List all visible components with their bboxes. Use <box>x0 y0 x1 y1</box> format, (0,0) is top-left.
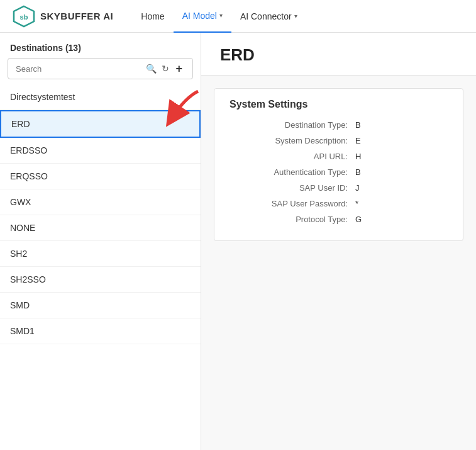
settings-card-title: System Settings <box>230 99 448 110</box>
settings-row: Authentication Type:B <box>230 167 448 177</box>
search-input[interactable] <box>16 64 142 74</box>
destination-item[interactable]: SMD <box>0 293 201 318</box>
logo-icon: sb <box>13 5 35 28</box>
settings-row: API URL:H <box>230 152 448 161</box>
destination-item[interactable]: SH2 <box>0 241 201 267</box>
settings-field-value: B <box>355 167 361 177</box>
settings-row: Protocol Type:G <box>230 215 448 224</box>
destination-item[interactable]: SMD1 <box>0 318 201 344</box>
settings-field-value: * <box>355 199 358 208</box>
nav-ai-model[interactable]: AI Model ▾ <box>174 0 231 33</box>
sidebar-title: Destinations (13) <box>0 33 201 58</box>
chevron-down-icon: ▾ <box>219 12 223 19</box>
settings-row: System Description:E <box>230 136 448 145</box>
settings-field-label: Destination Type: <box>230 120 355 130</box>
settings-field-label: API URL: <box>230 152 355 161</box>
main-content: ERD System Settings Destination Type:BSy… <box>201 33 476 450</box>
nav-home-label: Home <box>141 11 164 21</box>
settings-row: SAP User ID:J <box>230 183 448 193</box>
search-icon[interactable]: 🔍 <box>145 62 158 75</box>
logo-text: SKYBUFFER AI <box>40 11 113 21</box>
svg-text:sb: sb <box>20 13 28 21</box>
destination-item[interactable]: ERQSSO <box>0 164 201 189</box>
page-title: ERD <box>201 33 476 76</box>
destination-item[interactable]: NONE <box>0 215 201 241</box>
settings-field-label: Authentication Type: <box>230 167 355 177</box>
logo-area: sb SKYBUFFER AI <box>13 5 113 28</box>
settings-field-label: System Description: <box>230 136 355 145</box>
settings-field-value: E <box>355 136 361 145</box>
app-header: sb SKYBUFFER AI Home AI Model ▾ AI Conne… <box>0 0 476 33</box>
nav-home[interactable]: Home <box>132 0 173 33</box>
destination-list: DirectsystemtestERDERDSSOERQSSOGWXNONESH… <box>0 84 201 344</box>
settings-field-value: J <box>355 183 360 193</box>
nav-ai-model-label: AI Model <box>182 11 217 21</box>
search-bar: 🔍 ↻ + <box>8 58 193 79</box>
settings-field-value: B <box>355 120 361 130</box>
settings-field-label: Protocol Type: <box>230 215 355 224</box>
settings-field-label: SAP User ID: <box>230 183 355 193</box>
destination-item[interactable]: SH2SSO <box>0 267 201 293</box>
nav-ai-connector[interactable]: AI Connector ▾ <box>231 0 306 33</box>
destination-item[interactable]: Directsystemtest <box>0 84 201 110</box>
sidebar: Destinations (13) 🔍 ↻ + Directsystemtest… <box>0 33 201 450</box>
main-nav: Home AI Model ▾ AI Connector ▾ <box>132 0 306 33</box>
settings-field-label: SAP User Password: <box>230 199 355 208</box>
destination-item[interactable]: GWX <box>0 189 201 215</box>
settings-row: Destination Type:B <box>230 120 448 130</box>
add-destination-button[interactable]: + <box>173 61 185 77</box>
settings-field-value: H <box>355 152 361 161</box>
system-settings-card: System Settings Destination Type:BSystem… <box>214 88 463 241</box>
settings-row: SAP User Password:* <box>230 199 448 208</box>
destination-item[interactable]: ERDSSO <box>0 138 201 164</box>
nav-ai-connector-label: AI Connector <box>240 11 292 21</box>
main-layout: Destinations (13) 🔍 ↻ + Directsystemtest… <box>0 33 476 450</box>
chevron-down-icon: ▾ <box>294 13 297 20</box>
refresh-icon[interactable]: ↻ <box>160 62 170 75</box>
settings-field-value: G <box>355 215 362 224</box>
destination-item[interactable]: ERD <box>0 110 201 138</box>
